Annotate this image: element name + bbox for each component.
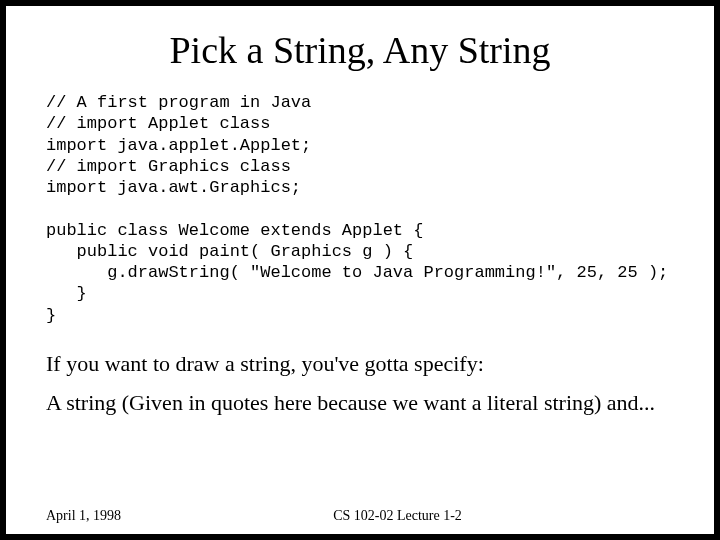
body-paragraph-2: A string (Given in quotes here because w… [46,389,674,417]
slide: Pick a String, Any String // A first pro… [0,0,720,540]
code-line: g.drawString( "Welcome to Java Programmi… [46,263,668,282]
footer: April 1, 1998 CS 102-02 Lecture 1-2 [46,508,674,524]
code-line: // import Applet class [46,114,270,133]
code-line: } [46,284,87,303]
code-line: public class Welcome extends Applet { [46,221,423,240]
slide-title: Pick a String, Any String [46,28,674,72]
body-paragraph-1: If you want to draw a string, you've got… [46,350,674,378]
code-block: // A first program in Java // import App… [46,92,674,326]
code-line: // A first program in Java [46,93,311,112]
code-line: public void paint( Graphics g ) { [46,242,413,261]
code-line: } [46,306,56,325]
code-line: import java.awt.Graphics; [46,178,301,197]
footer-date: April 1, 1998 [46,508,121,524]
footer-center: CS 102-02 Lecture 1-2 [121,508,674,524]
code-line: import java.applet.Applet; [46,136,311,155]
code-line: // import Graphics class [46,157,291,176]
